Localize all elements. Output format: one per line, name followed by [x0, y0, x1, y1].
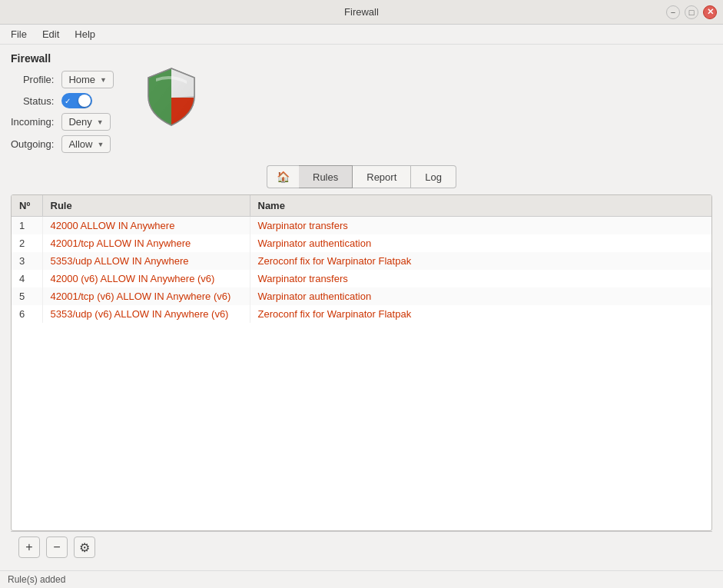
status-control: ✓ [61, 93, 114, 108]
profile-value: Home [68, 74, 95, 85]
minimize-button[interactable]: − [666, 5, 680, 19]
incoming-control: Deny ▼ [61, 113, 114, 131]
cell-name: Warpinator authentication [250, 234, 711, 252]
bottom-toolbar: + − ⚙ [11, 531, 712, 563]
profile-dropdown[interactable]: Home ▼ [61, 71, 114, 88]
menu-file[interactable]: File [5, 26, 33, 42]
titlebar-title: Firewall [344, 6, 379, 18]
cell-rule: 42001/tcp ALLOW IN Anywhere [42, 234, 250, 252]
remove-rule-button[interactable]: − [46, 537, 68, 558]
tab-log[interactable]: Log [411, 165, 456, 188]
table-row[interactable]: 442000 (v6) ALLOW IN Anywhere (v6)Warpin… [12, 270, 711, 287]
incoming-dropdown[interactable]: Deny ▼ [61, 113, 110, 131]
cell-name: Zeroconf fix for Warpinator Flatpak [250, 305, 711, 323]
cell-rule: 5353/udp ALLOW IN Anywhere [42, 252, 250, 270]
titlebar: Firewall − □ ✕ [0, 0, 723, 25]
outgoing-control: Allow ▼ [61, 135, 114, 153]
table-row[interactable]: 142000 ALLOW IN AnywhereWarpinator trans… [12, 217, 711, 235]
col-header-rule: Rule [42, 195, 250, 217]
cell-no: 4 [12, 270, 42, 287]
add-rule-button[interactable]: + [18, 537, 40, 558]
tabs-area: 🏠 Rules Report Log [11, 165, 712, 188]
cell-rule: 42001/tcp (v6) ALLOW IN Anywhere (v6) [42, 287, 250, 305]
tab-home[interactable]: 🏠 [267, 165, 299, 188]
tab-report[interactable]: Report [353, 165, 411, 188]
incoming-value: Deny [68, 116, 91, 128]
cell-rule: 42000 (v6) ALLOW IN Anywhere (v6) [42, 270, 250, 287]
incoming-dropdown-arrow: ▼ [97, 118, 104, 126]
settings-button[interactable]: ⚙ [74, 537, 95, 558]
statusbar: Rule(s) added [0, 570, 723, 588]
cell-no: 3 [12, 252, 42, 270]
cell-no: 2 [12, 234, 42, 252]
maximize-button[interactable]: □ [685, 5, 698, 19]
table-header-row: Nº Rule Name [12, 195, 711, 217]
profile-control: Home ▼ [61, 71, 114, 88]
cell-name: Zeroconf fix for Warpinator Flatpak [250, 252, 711, 270]
menu-help[interactable]: Help [68, 26, 101, 42]
outgoing-label: Outgoing: [11, 138, 54, 150]
close-button[interactable]: ✕ [703, 5, 717, 19]
status-toggle[interactable]: ✓ [61, 93, 92, 108]
cell-name: Warpinator transfers [250, 270, 711, 287]
cell-rule: 42000 ALLOW IN Anywhere [42, 217, 250, 235]
settings-grid: Profile: Home ▼ Status: ✓ Incoming: Deny [11, 71, 114, 153]
tab-rules[interactable]: Rules [299, 165, 353, 188]
shield-icon [144, 67, 198, 131]
cell-no: 1 [12, 217, 42, 235]
cell-name: Warpinator authentication [250, 287, 711, 305]
cell-rule: 5353/udp (v6) ALLOW IN Anywhere (v6) [42, 305, 250, 323]
profile-label: Profile: [11, 74, 54, 85]
menubar: File Edit Help [0, 25, 723, 45]
col-header-no: Nº [12, 195, 42, 217]
window-controls: − □ ✕ [666, 5, 717, 19]
status-label: Status: [11, 95, 54, 107]
settings-panel: Profile: Home ▼ Status: ✓ Incoming: Deny [11, 71, 712, 153]
menu-edit[interactable]: Edit [36, 26, 65, 42]
rules-table-wrapper: Nº Rule Name 142000 ALLOW IN AnywhereWar… [11, 194, 712, 531]
profile-dropdown-arrow: ▼ [100, 76, 107, 84]
page-title: Firewall [11, 52, 712, 65]
col-header-name: Name [250, 195, 711, 217]
table-row[interactable]: 65353/udp (v6) ALLOW IN Anywhere (v6)Zer… [12, 305, 711, 323]
outgoing-dropdown[interactable]: Allow ▼ [61, 135, 111, 153]
cell-no: 5 [12, 287, 42, 305]
outgoing-value: Allow [68, 138, 92, 150]
main-content: Firewall Profile: Home ▼ Status: ✓ Incom… [0, 45, 723, 570]
incoming-label: Incoming: [11, 116, 54, 128]
status-text: Rule(s) added [8, 574, 65, 585]
rules-table: Nº Rule Name 142000 ALLOW IN AnywhereWar… [12, 195, 711, 323]
outgoing-dropdown-arrow: ▼ [97, 141, 104, 148]
table-row[interactable]: 542001/tcp (v6) ALLOW IN Anywhere (v6)Wa… [12, 287, 711, 305]
toggle-check-icon: ✓ [65, 97, 71, 105]
table-row[interactable]: 242001/tcp ALLOW IN AnywhereWarpinator a… [12, 234, 711, 252]
cell-name: Warpinator transfers [250, 217, 711, 235]
table-row[interactable]: 35353/udp ALLOW IN AnywhereZeroconf fix … [12, 252, 711, 270]
toggle-knob [78, 95, 91, 107]
cell-no: 6 [12, 305, 42, 323]
